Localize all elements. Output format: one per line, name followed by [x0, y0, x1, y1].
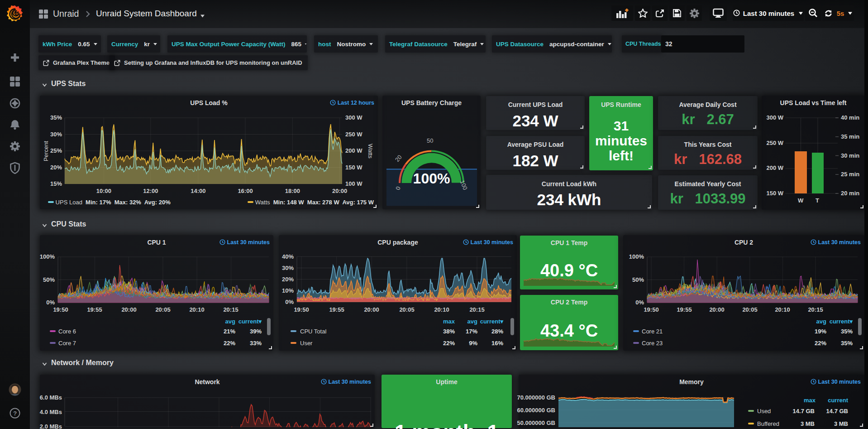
svg-text:?: ?: [13, 410, 17, 417]
